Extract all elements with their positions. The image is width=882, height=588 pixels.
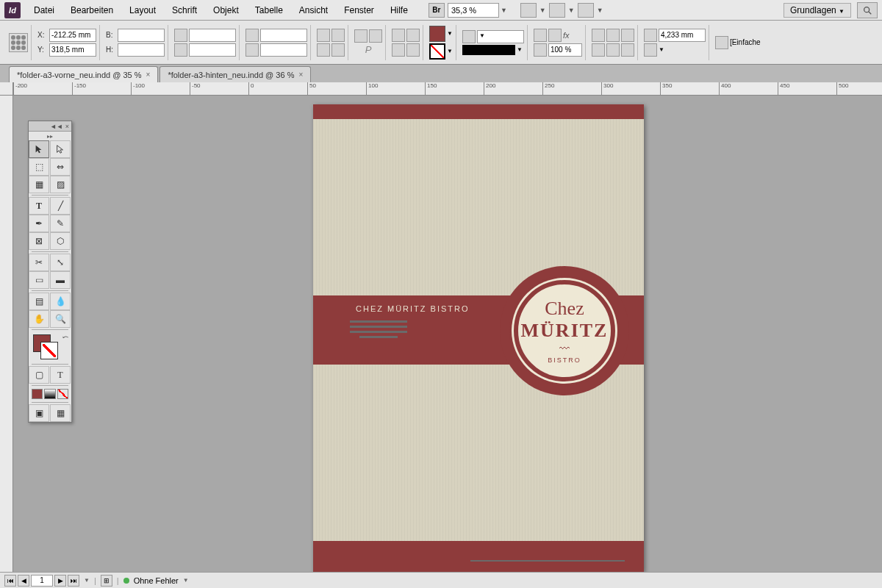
document-page[interactable]: CHEZ MÜRITZ BISTRO Chez MÜRITZ 〰 BISTRO <box>313 104 644 572</box>
corner-icon-4[interactable] <box>592 43 605 57</box>
corner-icon-1[interactable] <box>592 29 605 42</box>
zoom-select[interactable] <box>448 3 499 18</box>
preflight-status-text[interactable]: Ohne Fehler <box>134 576 179 585</box>
swap-icon[interactable]: ⤺ <box>62 333 68 341</box>
rectangle-frame-tool[interactable]: ⊠ <box>29 232 49 250</box>
scale-y-icon[interactable] <box>174 43 187 57</box>
formatting-text-tool[interactable]: T <box>50 366 71 384</box>
reference-point-selector[interactable] <box>9 33 28 52</box>
content-select-icon[interactable] <box>369 29 382 43</box>
menu-schrift[interactable]: Schrift <box>165 2 204 18</box>
gap-tool[interactable]: ⇔ <box>50 158 71 176</box>
text-wrap-bounding-icon[interactable] <box>548 29 562 42</box>
note-tool[interactable]: ▤ <box>29 293 49 310</box>
document-tab[interactable]: *folder-a3-hinten_neu.indd @ 36 % × <box>159 66 311 82</box>
preview-mode[interactable]: ▦ <box>50 404 71 422</box>
shear-icon[interactable] <box>245 43 259 57</box>
stroke-style-select[interactable] <box>462 45 515 55</box>
hand-tool[interactable]: ✋ <box>29 310 49 328</box>
fill-stroke-swatch[interactable]: ⤺ <box>29 331 71 362</box>
menu-bearbeiten[interactable]: Bearbeiten <box>63 2 121 18</box>
arrange-button[interactable] <box>578 3 594 18</box>
apply-gradient-button[interactable] <box>44 389 55 399</box>
align-justify-icon[interactable] <box>406 43 420 57</box>
shear-input[interactable] <box>260 43 307 57</box>
fit-frame-icon[interactable] <box>644 29 657 42</box>
type-tool[interactable]: T <box>29 197 49 215</box>
ruler-origin[interactable] <box>0 82 13 96</box>
normal-view-mode[interactable]: ▣ <box>29 404 49 422</box>
width-input[interactable] <box>118 29 165 42</box>
search-button[interactable] <box>857 2 878 18</box>
gradient-swatch-tool[interactable]: ▭ <box>29 271 49 289</box>
chevron-down-icon[interactable]: ▼ <box>479 32 485 39</box>
content-placer-tool[interactable]: ▨ <box>50 176 71 193</box>
tools-panel[interactable]: ◄◄ × ▸▸ ⬚ ⇔ ▦ ▨ T ╱ ✒ ✎ ⊠ ⬡ ✂ ⤡ <box>28 121 72 423</box>
fx-label[interactable]: fx <box>563 31 570 40</box>
rotate-icon[interactable] <box>245 29 259 42</box>
container-select-icon[interactable] <box>354 29 368 43</box>
content-collector-tool[interactable]: ▦ <box>29 176 49 193</box>
chevron-down-icon[interactable]: ▼ <box>447 30 453 37</box>
chevron-down-icon[interactable]: ▼ <box>568 7 575 14</box>
direct-selection-tool[interactable] <box>50 140 71 158</box>
rectangle-tool[interactable]: ⬡ <box>50 232 71 250</box>
align-top-icon[interactable] <box>392 29 405 42</box>
corner-icon-2[interactable] <box>606 29 620 42</box>
line-tool[interactable]: ╱ <box>50 197 71 215</box>
menu-layout[interactable]: Layout <box>122 2 163 18</box>
pencil-tool[interactable]: ✎ <box>50 215 71 232</box>
text-wrap-none-icon[interactable] <box>534 29 547 42</box>
y-position-input[interactable] <box>49 43 96 57</box>
selection-tool[interactable] <box>29 140 49 158</box>
vertical-ruler[interactable] <box>0 96 13 572</box>
close-icon[interactable]: × <box>298 71 303 79</box>
rotate-cw-icon[interactable] <box>331 29 345 42</box>
document-tab[interactable]: *folder-a3-vorne_neu.indd @ 35 % × <box>9 66 158 82</box>
tools-panel-header[interactable]: ◄◄ × <box>29 121 71 132</box>
scale-x-icon[interactable] <box>174 29 187 42</box>
chevron-down-icon[interactable]: ▼ <box>517 46 523 53</box>
gradient-feather-tool[interactable]: ▬ <box>50 271 71 289</box>
scale-x-input[interactable] <box>189 29 236 42</box>
corner-icon-3[interactable] <box>621 29 634 42</box>
prev-page-button[interactable]: ◀ <box>18 575 29 587</box>
eyedropper-tool[interactable]: 💧 <box>50 293 71 310</box>
scale-y-input[interactable] <box>189 43 236 57</box>
chevron-down-icon[interactable]: ▼ <box>501 7 507 14</box>
menu-fenster[interactable]: Fenster <box>337 2 381 18</box>
fit-content-icon[interactable] <box>644 43 657 57</box>
collapse-icon[interactable]: ◄◄ <box>50 123 63 130</box>
first-page-button[interactable]: ⏮ <box>4 575 16 587</box>
tools-panel-grip[interactable]: ▸▸ <box>29 132 71 140</box>
pen-tool[interactable]: ✒ <box>29 215 49 232</box>
menu-tabelle[interactable]: Tabelle <box>248 2 290 18</box>
page-number-input[interactable] <box>31 575 53 587</box>
formatting-container-tool[interactable]: ▢ <box>29 366 49 384</box>
chevron-down-icon[interactable]: ▼ <box>539 7 546 14</box>
close-icon[interactable]: × <box>65 123 69 130</box>
free-transform-tool[interactable]: ⤡ <box>50 254 71 271</box>
fill-swatch[interactable] <box>429 26 445 42</box>
menu-datei[interactable]: Datei <box>26 2 62 18</box>
menu-objekt[interactable]: Objekt <box>206 2 246 18</box>
open-button[interactable]: ⊞ <box>101 575 112 587</box>
corner-icon-6[interactable] <box>621 43 634 57</box>
x-position-input[interactable] <box>49 29 96 42</box>
page-tool[interactable]: ⬚ <box>29 158 49 176</box>
screen-mode-button[interactable] <box>549 3 565 18</box>
close-icon[interactable]: × <box>146 71 151 79</box>
opacity-input[interactable] <box>548 43 582 57</box>
chevron-down-icon[interactable]: ▼ <box>84 577 90 584</box>
bridge-button[interactable]: Br <box>429 3 445 18</box>
height-input[interactable] <box>118 43 165 57</box>
corner-size-input[interactable] <box>659 29 706 42</box>
object-style-icon[interactable] <box>715 36 728 49</box>
next-page-button[interactable]: ▶ <box>54 575 66 587</box>
stroke-weight-input[interactable]: ▼ <box>477 30 524 43</box>
workspace-select[interactable]: Grundlagen ▼ <box>784 3 851 18</box>
align-bottom-icon[interactable] <box>392 43 405 57</box>
flip-v-icon[interactable] <box>331 43 345 57</box>
flip-h-icon[interactable] <box>317 43 330 57</box>
view-options-button[interactable] <box>520 3 537 18</box>
